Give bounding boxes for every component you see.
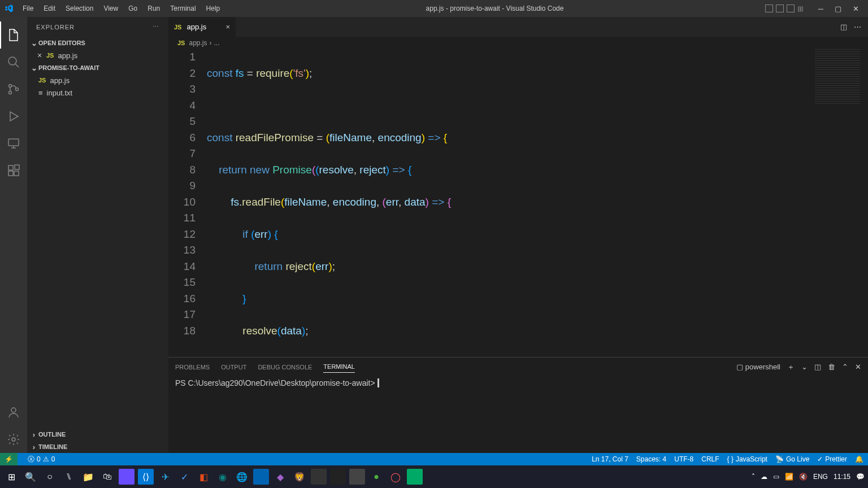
tray-battery-icon[interactable]: ▭ [773, 473, 779, 481]
run-debug-icon[interactable] [0, 103, 27, 130]
app3-icon[interactable] [349, 469, 365, 485]
maximize-panel-icon[interactable]: ⌃ [842, 363, 848, 371]
tray-wifi-icon[interactable]: 📶 [785, 473, 793, 481]
mongo-icon[interactable]: ● [368, 469, 384, 485]
minimize-button[interactable]: ─ [814, 2, 828, 15]
panel-debug-console[interactable]: DEBUG CONSOLE [258, 361, 312, 373]
menu-run[interactable]: Run [143, 2, 164, 15]
svg-rect-7 [14, 171, 19, 176]
panel-output[interactable]: OUTPUT [221, 361, 246, 373]
menu-help[interactable]: Help [202, 2, 225, 15]
source-control-icon[interactable] [0, 76, 27, 103]
brave-icon[interactable]: 🦁 [292, 469, 307, 485]
tray-language[interactable]: ENG [813, 473, 828, 481]
settings-icon[interactable] [0, 426, 27, 453]
terminal-profile[interactable]: ▢ powershell [736, 363, 780, 371]
close-icon[interactable]: × [35, 51, 44, 60]
open-editors-header[interactable]: ⌄ OPEN EDITORS [27, 37, 168, 49]
menu-terminal[interactable]: Terminal [166, 2, 200, 15]
code-content[interactable]: const fs = require('fs'); const readFile… [207, 49, 868, 357]
window-title: app.js - promise-to-await - Visual Studi… [224, 5, 765, 12]
js-file-icon: JS [174, 24, 181, 30]
status-indent[interactable]: Spaces: 4 [636, 455, 666, 463]
explorer-sidebar: EXPLORER ⋯ ⌄ OPEN EDITORS × JS app.js ⌄ … [27, 17, 168, 453]
terminal[interactable]: PS C:\Users\ag290\OneDrive\Desktop\promi… [168, 376, 868, 453]
file-item-appjs[interactable]: JS app.js [27, 74, 168, 86]
editor-tabs: JS app.js × ◫ ⋯ [168, 17, 868, 37]
panel-problems[interactable]: PROBLEMS [175, 361, 210, 373]
menu-selection[interactable]: Selection [61, 2, 98, 15]
explorer-icon[interactable] [0, 21, 27, 49]
status-golive[interactable]: 📡 Go Live [775, 455, 809, 463]
vscode-taskbar-icon[interactable]: ⟨⟩ [138, 469, 154, 485]
status-cursor[interactable]: Ln 17, Col 7 [592, 455, 628, 463]
calc-icon[interactable] [253, 469, 269, 485]
status-bar: ⚡ ⓧ 0 ⚠ 0 Ln 17, Col 7 Spaces: 4 UTF-8 C… [0, 453, 868, 465]
remote-indicator[interactable]: ⚡ [0, 453, 18, 465]
tray-onedrive-icon[interactable]: ☁ [761, 473, 767, 481]
chrome-icon[interactable]: 🌐 [234, 469, 250, 485]
remote-explorer-icon[interactable] [0, 130, 27, 157]
close-icon[interactable]: × [225, 23, 230, 31]
office-icon[interactable]: ◧ [196, 469, 211, 485]
outline-header[interactable]: › OUTLINE [27, 428, 168, 441]
js-file-icon: JS [177, 40, 185, 46]
svg-point-3 [16, 88, 19, 91]
menu-edit[interactable]: Edit [39, 2, 60, 15]
store-icon[interactable]: 🛍 [99, 469, 115, 485]
open-editor-item[interactable]: × JS app.js [27, 49, 168, 62]
app5-icon[interactable] [407, 469, 423, 485]
terminal-dropdown-icon[interactable]: ⌄ [801, 363, 808, 371]
editor-tab-appjs[interactable]: JS app.js × [168, 17, 236, 37]
tray-clock[interactable]: 11:15 [834, 473, 850, 481]
search-icon[interactable] [0, 49, 27, 76]
split-terminal-icon[interactable]: ◫ [814, 363, 821, 371]
tray-notifications-icon[interactable]: 💬 [856, 473, 865, 481]
menu-view[interactable]: View [99, 2, 123, 15]
more-actions-icon[interactable]: ⋯ [854, 23, 861, 31]
code-editor[interactable]: 123456789101112131415161718 const fs = r… [168, 49, 868, 357]
mail-icon[interactable] [311, 469, 327, 485]
layout-controls[interactable]: ⊞ [765, 5, 805, 12]
status-eol[interactable]: CRLF [701, 455, 719, 463]
vs-icon[interactable]: ◆ [272, 469, 288, 485]
status-errors[interactable]: ⓧ 0 ⚠ 0 [28, 455, 55, 464]
taskbar-search-icon[interactable]: 🔍 [23, 469, 38, 485]
svg-point-2 [9, 91, 12, 94]
kill-terminal-icon[interactable]: 🗑 [828, 363, 835, 371]
task-view-icon[interactable]: ⑊ [61, 469, 77, 485]
file-explorer-icon[interactable]: 📁 [80, 469, 96, 485]
accounts-icon[interactable] [0, 399, 27, 426]
status-language[interactable]: { } JavaScript [727, 455, 767, 463]
extensions-icon[interactable] [0, 157, 27, 184]
edge-icon[interactable]: ◉ [215, 469, 231, 485]
menu-file[interactable]: File [18, 2, 38, 15]
minimap[interactable] [815, 49, 860, 106]
maximize-button[interactable]: ▢ [830, 2, 846, 15]
close-panel-icon[interactable]: ✕ [855, 363, 861, 371]
sidebar-more-icon[interactable]: ⋯ [153, 23, 159, 30]
telegram-icon[interactable]: ✈ [157, 469, 173, 485]
file-item-inputtxt[interactable]: ≡ input.txt [27, 86, 168, 99]
svg-rect-6 [8, 171, 13, 176]
close-button[interactable]: ✕ [848, 2, 863, 15]
app2-icon[interactable] [330, 469, 346, 485]
app4-icon[interactable]: ◯ [388, 469, 403, 485]
status-notifications-icon[interactable]: 🔔 [855, 455, 863, 463]
cortana-icon[interactable]: ○ [42, 469, 58, 485]
folder-header[interactable]: ⌄ PROMISE-TO-AWAIT [27, 62, 168, 74]
app-icon[interactable] [119, 469, 134, 485]
tray-chevron-icon[interactable]: ˄ [752, 473, 755, 481]
todo-icon[interactable]: ✓ [176, 469, 192, 485]
breadcrumb[interactable]: JS app.js › ... [168, 37, 868, 49]
start-icon[interactable]: ⊞ [3, 469, 19, 485]
tray-volume-icon[interactable]: 🔇 [799, 473, 808, 481]
status-prettier[interactable]: ✓ Prettier [817, 455, 847, 463]
new-terminal-icon[interactable]: ＋ [787, 362, 795, 372]
split-editor-icon[interactable]: ◫ [840, 23, 847, 31]
panel-terminal[interactable]: TERMINAL [323, 361, 355, 373]
timeline-header[interactable]: › TIMELINE [27, 441, 168, 453]
line-gutter: 123456789101112131415161718 [168, 49, 207, 357]
status-encoding[interactable]: UTF-8 [674, 455, 693, 463]
menu-go[interactable]: Go [124, 2, 142, 15]
